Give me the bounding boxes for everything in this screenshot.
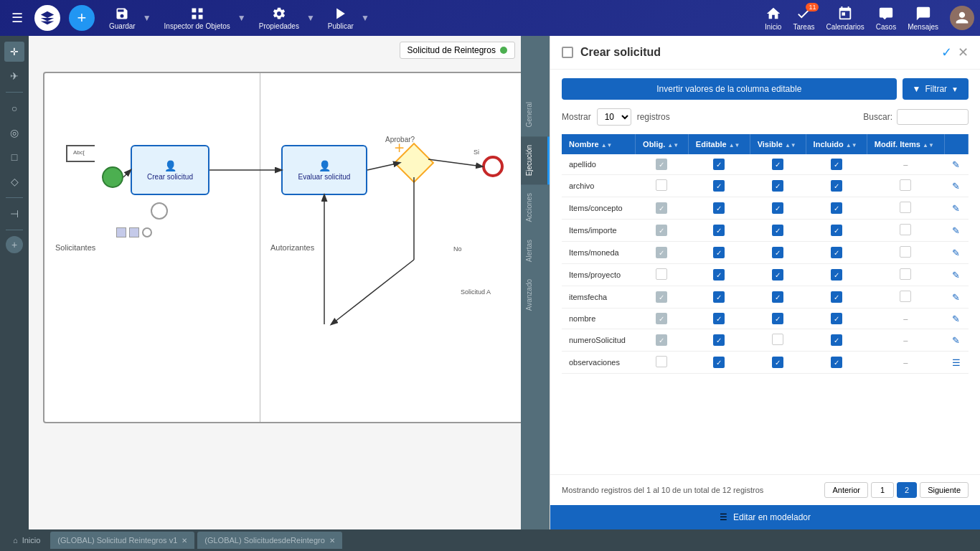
tab-solicitudes-reintegro[interactable]: (GLOBAL) SolicitudesdeReintegro ✕ [197, 532, 342, 549]
guardar-button[interactable]: Guardar [103, 4, 141, 33]
edit-icon[interactable]: ✎ [952, 159, 960, 170]
checkbox-checked[interactable]: ✓ [713, 269, 725, 281]
checkbox-gray[interactable]: ✓ [656, 247, 667, 258]
casos-nav[interactable]: Casos [876, 6, 896, 31]
add-button[interactable]: + [69, 5, 95, 31]
tool-circle-thick[interactable]: ◎ [4, 123, 24, 143]
task-evaluar-solicitud[interactable]: 👤 Evaluar solicitud [281, 145, 367, 195]
start-event[interactable] [102, 166, 123, 188]
checkbox-checked[interactable]: ✓ [772, 159, 783, 170]
panel-footer[interactable]: ☰ Editar en modelador [550, 505, 980, 529]
tool-select[interactable]: ✛ [4, 42, 24, 62]
calendarios-nav[interactable]: Calendarios [826, 6, 864, 31]
edit-icon[interactable]: ✎ [952, 292, 960, 303]
filter-button[interactable]: ▼ Filtrar ▼ [903, 78, 969, 100]
tab-solicitud-reintegros[interactable]: (GLOBAL) Solicitud Reintegros v1 ✕ [50, 532, 194, 549]
edit-icon[interactable]: ✎ [952, 225, 960, 236]
checkbox-checked[interactable]: ✓ [713, 159, 725, 170]
checkbox-checked[interactable]: ✓ [772, 357, 783, 368]
tool-hand[interactable]: ✈ [4, 66, 24, 86]
edit-icon[interactable]: ✎ [952, 270, 960, 281]
tool-rectangle[interactable]: □ [4, 147, 24, 167]
edit-icon[interactable]: ✎ [952, 248, 960, 258]
checkbox-unchecked[interactable] [900, 202, 911, 213]
tab-close-1[interactable]: ✕ [182, 537, 187, 545]
checkbox-checked[interactable]: ✓ [831, 334, 842, 346]
next-page-button[interactable]: Siguiente [920, 482, 969, 498]
edit-icon[interactable]: ☰ [952, 357, 961, 368]
checkbox-checked[interactable]: ✓ [772, 202, 783, 214]
side-tab-alertas[interactable]: Alertas [521, 231, 550, 270]
checkbox-unchecked[interactable] [656, 179, 667, 191]
checkbox-gray[interactable]: ✓ [656, 202, 667, 214]
checkbox-checked[interactable]: ✓ [772, 269, 783, 281]
checkbox-checked[interactable]: ✓ [831, 225, 842, 236]
invert-button[interactable]: Invertir valores de la columna editable [562, 78, 897, 100]
guardar-dropdown[interactable]: ▼ [141, 10, 153, 26]
tab-inicio[interactable]: ⌂ Inicio [6, 533, 47, 547]
checkbox-checked[interactable]: ✓ [772, 313, 783, 324]
checkbox-gray[interactable]: ✓ [656, 334, 667, 346]
checkbox-unchecked[interactable] [900, 179, 911, 191]
checkbox-checked[interactable]: ✓ [713, 225, 725, 236]
tab-close-2[interactable]: ✕ [329, 537, 335, 545]
checkbox-checked[interactable]: ✓ [831, 357, 842, 368]
side-tab-acciones[interactable]: Acciones [521, 184, 550, 231]
side-tab-general[interactable]: General [521, 93, 550, 136]
checkbox-checked[interactable]: ✓ [713, 334, 725, 346]
mensajes-nav[interactable]: Mensajes [908, 6, 938, 31]
checkbox-checked[interactable]: ✓ [772, 225, 783, 236]
checkbox-unchecked[interactable] [900, 291, 911, 302]
tool-add-more[interactable]: + [6, 236, 23, 253]
tool-circle-event[interactable]: ○ [4, 98, 24, 118]
checkbox-gray[interactable]: ✓ [656, 225, 667, 236]
checkbox-checked[interactable]: ✓ [772, 180, 783, 192]
hamburger-menu[interactable]: ☰ [6, 4, 29, 32]
page-2-button[interactable]: 2 [897, 482, 917, 498]
checkbox-checked[interactable]: ✓ [831, 247, 842, 258]
checkbox-checked[interactable]: ✓ [713, 247, 725, 258]
propiedades-dropdown[interactable]: ▼ [305, 10, 316, 26]
checkbox-checked[interactable]: ✓ [713, 202, 725, 214]
inspector-dropdown[interactable]: ▼ [236, 10, 248, 26]
user-avatar[interactable] [950, 6, 974, 30]
checkbox-checked[interactable]: ✓ [831, 180, 842, 192]
checkbox-checked[interactable]: ✓ [772, 247, 783, 258]
tool-diamond[interactable]: ◇ [4, 171, 24, 192]
panel-close-button[interactable]: ✕ [958, 44, 969, 60]
page-input[interactable] [871, 482, 894, 498]
checkbox-gray[interactable]: ✓ [656, 313, 667, 324]
panel-checkbox[interactable] [562, 47, 573, 58]
publicar-button[interactable]: Publicar [322, 4, 359, 33]
propiedades-button[interactable]: Propiedades [253, 4, 305, 33]
checkbox-checked[interactable]: ✓ [831, 313, 842, 324]
checkbox-checked[interactable]: ✓ [831, 202, 842, 214]
prev-page-button[interactable]: Anterior [824, 482, 868, 498]
checkbox-unchecked[interactable] [656, 356, 667, 367]
checkbox-checked[interactable]: ✓ [831, 159, 842, 170]
side-tab-ejecucion[interactable]: Ejecución [521, 136, 550, 184]
checkbox-gray[interactable]: ✓ [656, 291, 667, 303]
checkbox-unchecked[interactable] [772, 334, 783, 345]
edit-icon[interactable]: ✎ [952, 181, 960, 192]
edit-icon[interactable]: ✎ [952, 314, 960, 324]
inspector-button[interactable]: Inspector de Objetos [159, 4, 236, 33]
edit-icon[interactable]: ✎ [952, 203, 960, 214]
checkbox-checked[interactable]: ✓ [713, 313, 725, 324]
publicar-dropdown[interactable]: ▼ [359, 10, 371, 26]
checkbox-unchecked[interactable] [656, 268, 667, 280]
checkbox-checked[interactable]: ✓ [713, 357, 725, 368]
checkbox-gray[interactable]: ✓ [656, 159, 667, 170]
checkbox-checked[interactable]: ✓ [831, 291, 842, 303]
checkbox-unchecked[interactable] [900, 224, 911, 235]
checkbox-checked[interactable]: ✓ [831, 269, 842, 281]
checkbox-checked[interactable]: ✓ [713, 180, 725, 192]
show-select[interactable]: 10 25 50 [597, 108, 631, 126]
checkbox-unchecked[interactable] [900, 246, 911, 258]
search-input[interactable] [897, 109, 969, 125]
checkbox-checked[interactable]: ✓ [713, 291, 725, 303]
checkbox-checked[interactable]: ✓ [772, 291, 783, 303]
edit-icon[interactable]: ✎ [952, 335, 960, 346]
task-crear-solicitud[interactable]: 👤 Crear solicitud [131, 145, 209, 195]
panel-confirm-button[interactable]: ✓ [941, 44, 952, 60]
